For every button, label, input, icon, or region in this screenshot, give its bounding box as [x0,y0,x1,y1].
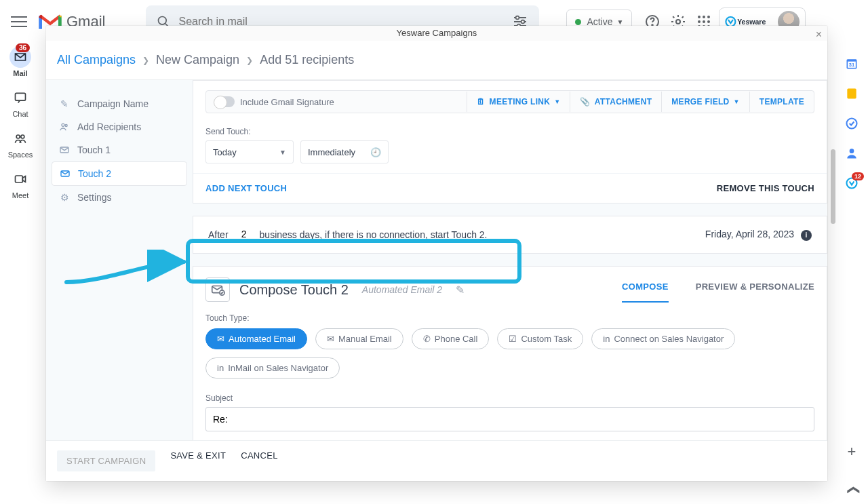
gmail-left-rail: 36 Mail Chat Spaces Meet [0,43,41,504]
pill-phone-call[interactable]: ✆Phone Call [412,328,490,349]
add-next-touch-button[interactable]: ADD NEXT TOUCH [205,183,287,193]
delay-settings-card: After business days, if there is no conn… [193,216,827,254]
template-button[interactable]: TEMPLATE [749,92,814,112]
pill-inmail-sales-navigator[interactable]: inInMail on Sales Navigator [205,357,340,379]
svg-point-40 [65,124,67,126]
sidebar-item-touch-1[interactable]: Touch 1 [52,138,187,161]
svg-point-29 [16,135,20,138]
chevron-down-icon: ▼ [734,98,740,105]
campaign-content: Include Gmail Signature 🗓 MEETING LINK ▼… [193,80,827,440]
svg-point-18 [703,16,705,18]
sidebar-item-label: Campaign Name [77,98,149,109]
rail-mail[interactable]: 36 Mail [9,46,31,77]
modal-footer: START CAMPAIGN SAVE & EXIT CANCEL [46,440,827,481]
calendar-small-icon: 🗓 [477,97,485,106]
sidebar-item-label: Touch 1 [77,144,111,155]
send-icon [58,144,71,156]
svg-point-26 [726,17,736,26]
svg-rect-0 [11,16,27,18]
compose-touch-card: Compose Touch 2 Automated Email 2 ✎ COMP… [193,266,827,441]
svg-rect-28 [16,93,26,100]
subject-input[interactable] [213,414,807,425]
sidebar-item-label: Settings [77,192,112,203]
manual-email-icon: ✉ [327,334,334,344]
linkedin-icon: in [603,334,610,344]
sidebar-item-settings[interactable]: ⚙ Settings [52,186,187,209]
tab-compose[interactable]: COMPOSE [622,277,669,303]
signature-toggle-row: Include Gmail Signature [206,91,467,113]
contacts-icon[interactable] [845,147,859,160]
breadcrumb-all-campaigns[interactable]: All Campaigns [57,53,136,67]
sidebar-item-label: Touch 2 [78,168,111,179]
tab-preview-personalize[interactable]: PREVIEW & PERSONALIZE [696,277,814,303]
meet-icon [9,168,31,190]
meeting-link-button[interactable]: 🗓 MEETING LINK ▼ [467,92,570,112]
svg-point-21 [703,20,705,23]
send-icon [59,168,71,180]
breadcrumb-add-recipients: Add 51 recipients [260,53,354,67]
chevron-down-icon: ▼ [279,149,286,156]
yesware-icon[interactable]: 12 [845,176,859,190]
send-time-dropdown[interactable]: Immediately 🕘 [300,140,389,163]
svg-rect-1 [11,21,27,22]
delay-date: Friday, April 28, 2023 [705,229,794,239]
send-day-dropdown[interactable]: Today▼ [205,140,294,163]
rail-spaces[interactable]: Spaces [8,128,33,159]
rail-meet[interactable]: Meet [9,168,31,199]
add-addon-icon[interactable]: + [848,443,856,461]
touch-type-pills: ✉Automated Email ✉Manual Email ✆Phone Ca… [193,328,827,379]
svg-point-17 [698,16,701,18]
pill-manual-email[interactable]: ✉Manual Email [315,328,403,349]
info-icon[interactable]: i [801,230,812,241]
main-menu-icon[interactable] [11,14,27,30]
modal-title: Yesware Campaigns [397,28,477,38]
edit-name-icon[interactable]: ✎ [456,284,465,296]
remove-touch-button[interactable]: REMOVE THIS TOUCH [717,183,814,193]
side-panel-collapse-icon[interactable]: ❯ [845,485,860,495]
svg-text:Yesware: Yesware [738,18,766,26]
merge-field-button[interactable]: MERGE FIELD ▼ [661,92,749,112]
compose-title: Compose Touch 2 [239,282,349,298]
gear-icon: ⚙ [58,191,71,203]
chevron-right-icon: ❯ [142,56,149,65]
svg-point-22 [707,20,710,23]
gmail-side-panel: 31 12 + [835,43,868,504]
svg-text:31: 31 [849,62,854,68]
campaign-sidebar: ✎ Campaign Name Add Recipients Touch 1 T… [46,80,193,440]
close-icon[interactable]: × [816,27,822,42]
pill-custom-task[interactable]: ☑Custom Task [497,328,583,349]
delay-date-row: Friday, April 28, 2023 i [705,229,812,241]
rail-meet-label: Meet [12,191,28,199]
mail-badge: 36 [16,43,30,52]
rail-chat[interactable]: Chat [9,87,31,118]
signature-label: Include Gmail Signature [240,97,334,107]
calendar-icon[interactable]: 31 [845,57,859,71]
modal-title-bar: Yesware Campaigns × [46,26,827,41]
compose-subtitle: Automated Email 2 [362,284,442,295]
touch-actions: ADD NEXT TOUCH REMOVE THIS TOUCH [193,173,827,203]
cancel-button[interactable]: CANCEL [241,450,278,471]
sidebar-item-touch-2[interactable]: Touch 2 [52,161,187,186]
compose-toolbar: Include Gmail Signature 🗓 MEETING LINK ▼… [205,90,814,113]
pill-connect-sales-navigator[interactable]: inConnect on Sales Navigator [591,328,735,349]
keep-icon[interactable] [845,87,859,100]
auto-email-icon: ✉ [217,334,224,344]
scrollbar-thumb[interactable] [831,149,835,224]
subject-label: Subject [205,393,814,403]
delay-days-input[interactable] [233,229,256,240]
sidebar-item-campaign-name[interactable]: ✎ Campaign Name [52,92,187,115]
compose-tabs: COMPOSE PREVIEW & PERSONALIZE [622,277,814,303]
svg-rect-31 [16,176,23,182]
pill-automated-email[interactable]: ✉Automated Email [205,328,307,349]
touch-options-card: Include Gmail Signature 🗓 MEETING LINK ▼… [193,80,827,203]
save-exit-button[interactable]: SAVE & EXIT [170,450,226,471]
people-icon [58,121,71,133]
task-icon: ☑ [509,334,517,344]
tasks-icon[interactable] [845,117,859,130]
touch-type-label: Touch Type: [205,313,814,323]
chevron-down-icon: ▼ [617,18,624,26]
svg-point-37 [850,149,854,153]
signature-toggle[interactable] [214,96,235,107]
sidebar-item-add-recipients[interactable]: Add Recipients [52,115,187,138]
attachment-button[interactable]: 📎 ATTACHMENT [570,92,661,112]
